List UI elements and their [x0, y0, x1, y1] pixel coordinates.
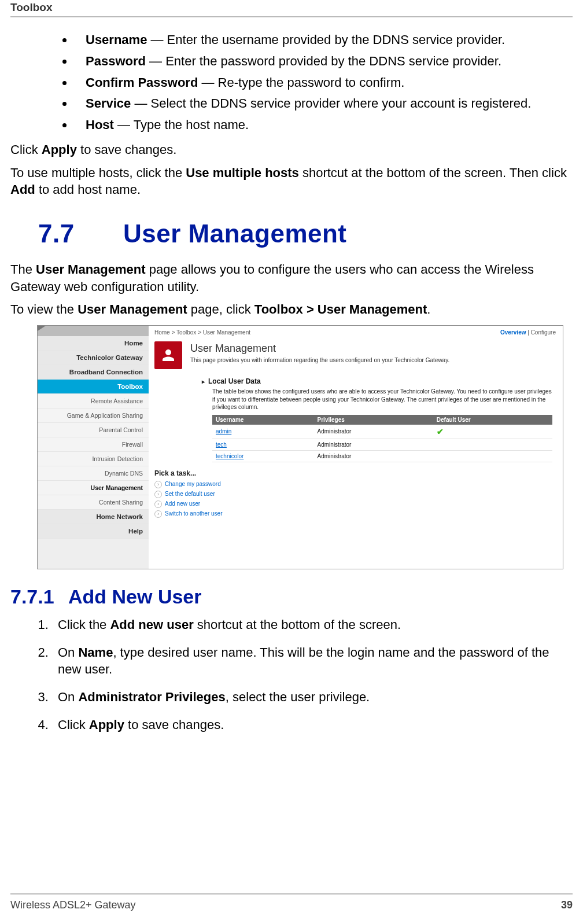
step: On Administrator Privileges, select the …: [52, 689, 573, 706]
shot-header-text: User Management This page provides you w…: [190, 341, 449, 369]
nav-toolbox[interactable]: Toolbox: [38, 380, 149, 394]
term: Host: [86, 117, 114, 132]
footer-product: Wireless ADSL2+ Gateway: [10, 899, 136, 911]
task-switch-user[interactable]: Switch to another user: [165, 510, 223, 517]
text: Click: [10, 142, 42, 157]
nav-help[interactable]: Help: [38, 524, 149, 539]
nav-item-content-sharing[interactable]: Content Sharing: [38, 495, 149, 510]
text: To use multiple hosts, click the: [10, 165, 186, 180]
nav-item-dynamic-dns[interactable]: Dynamic DNS: [38, 466, 149, 481]
nav-item-intrusion-detection[interactable]: Intrusion Detection: [38, 452, 149, 466]
user-link[interactable]: admin: [216, 428, 231, 435]
task-row: ›Switch to another user: [154, 509, 563, 519]
nav-item-user-management[interactable]: User Management: [38, 481, 149, 495]
task-row: ›Change my password: [154, 480, 563, 489]
screenshot-user-management: Home Technicolor Gateway Broadband Conne…: [37, 325, 563, 569]
term: Administrator Privileges: [78, 690, 225, 704]
configure-link[interactable]: Configure: [531, 329, 556, 336]
check-icon: ✔: [437, 427, 444, 436]
page-footer: Wireless ADSL2+ Gateway 39: [10, 893, 573, 911]
breadcrumb-bar: Home > Toolbox > User Management Overvie…: [149, 326, 563, 336]
text: .: [427, 302, 430, 316]
term: Use multiple hosts: [186, 165, 299, 180]
overview-link[interactable]: Overview: [500, 329, 526, 336]
col-username: Username: [212, 415, 314, 425]
text: shortcut at the bottom of the screen.: [194, 617, 401, 632]
text: On: [58, 690, 78, 704]
nav-technicolor-gateway[interactable]: Technicolor Gateway: [38, 351, 149, 365]
text: , select the user privilege.: [226, 690, 370, 704]
section-title: User Management: [123, 219, 347, 248]
text: to add host name.: [35, 182, 141, 197]
user-icon: [154, 341, 182, 369]
text: shortcut at the bottom of the screen. Th…: [299, 165, 567, 180]
intro-paragraph-1: The User Management page allows you to c…: [10, 261, 573, 295]
table-row: admin Administrator ✔: [212, 425, 552, 439]
arrow-icon: ›: [154, 510, 162, 518]
task-add-new-user[interactable]: Add new user: [165, 500, 200, 507]
task-list: Pick a task... ›Change my password ›Set …: [149, 462, 563, 519]
page-header: Toolbox: [10, 0, 573, 16]
shot-header: User Management This page provides you w…: [149, 336, 563, 369]
header-rule: [10, 16, 573, 17]
list-item: Host — Type the host name.: [74, 116, 573, 134]
sidebar: Home Technicolor Gateway Broadband Conne…: [38, 326, 149, 569]
breadcrumb: Home > Toolbox > User Management: [154, 329, 250, 336]
desc: — Re-type the password to confirm.: [198, 75, 404, 90]
nav-broadband[interactable]: Broadband Connection: [38, 365, 149, 380]
multiple-hosts-paragraph: To use multiple hosts, click the Use mul…: [10, 164, 573, 198]
shot-body: Local User Data The table below shows th…: [149, 369, 563, 462]
subsection-heading: 7.7.1Add New User: [10, 586, 573, 608]
shot-main: Home > Toolbox > User Management Overvie…: [149, 326, 563, 569]
text: , type desired user name. This will be t…: [58, 645, 549, 677]
term: Add: [10, 182, 35, 197]
step: Click Apply to save changes.: [52, 716, 573, 734]
step: On Name, type desired user name. This wi…: [52, 644, 573, 678]
apply-paragraph: Click Apply to save changes.: [10, 141, 573, 159]
term: Toolbox > User Management: [254, 302, 427, 316]
user-link[interactable]: technicolor: [216, 453, 243, 459]
nav-home[interactable]: Home: [38, 336, 149, 351]
section-description: The table below shows the configured use…: [212, 388, 552, 411]
text: to save changes.: [77, 142, 176, 157]
task-set-default-user[interactable]: Set the default user: [165, 491, 215, 497]
user-link[interactable]: tech: [216, 441, 227, 448]
subsection-number: 7.7.1: [10, 586, 68, 608]
list-item: Service — Select the DDNS service provid…: [74, 95, 573, 113]
nav-item-firewall[interactable]: Firewall: [38, 437, 149, 452]
cell-privilege: Administrator: [314, 425, 433, 439]
text: The: [10, 262, 36, 277]
cell-default: [433, 450, 552, 462]
task-change-password[interactable]: Change my password: [165, 481, 221, 487]
term: Apply: [42, 142, 77, 157]
desc: — Type the host name.: [114, 117, 249, 132]
cell-privilege: Administrator: [314, 450, 433, 462]
section-heading: 7.7User Management: [10, 219, 573, 248]
text: To view the: [10, 302, 78, 316]
nav-item-parental-control[interactable]: Parental Control: [38, 423, 149, 437]
view-switch: Overview | Configure: [500, 329, 556, 336]
arrow-icon: ›: [154, 500, 162, 508]
term: User Management: [36, 262, 146, 277]
nav-item-game-app-sharing[interactable]: Game & Application Sharing: [38, 408, 149, 423]
page-title: User Management: [190, 343, 449, 355]
subsection-title: Add New User: [68, 586, 202, 608]
desc: — Enter the password provided by the DDN…: [146, 54, 501, 68]
list-item: Confirm Password — Re-type the password …: [74, 74, 573, 92]
desc: — Enter the username provided by the DDN…: [147, 32, 505, 47]
text: On: [58, 645, 78, 660]
nav-home-network[interactable]: Home Network: [38, 510, 149, 524]
section-local-user-data: Local User Data: [202, 377, 552, 385]
ddns-bullet-list: Username — Enter the username provided b…: [10, 31, 573, 134]
list-item: Password — Enter the password provided b…: [74, 53, 573, 71]
term: User Management: [78, 302, 187, 316]
nav-item-remote-assistance[interactable]: Remote Assistance: [38, 394, 149, 408]
task-row: ›Set the default user: [154, 489, 563, 499]
term: Password: [86, 54, 146, 68]
text: Click: [58, 717, 89, 732]
separator: |: [526, 329, 530, 336]
add-user-steps: Click the Add new user shortcut at the b…: [10, 616, 573, 733]
page-subtitle: This page provides you with information …: [190, 357, 449, 363]
intro-paragraph-2: To view the User Management page, click …: [10, 301, 573, 318]
arrow-icon: ›: [154, 491, 162, 498]
